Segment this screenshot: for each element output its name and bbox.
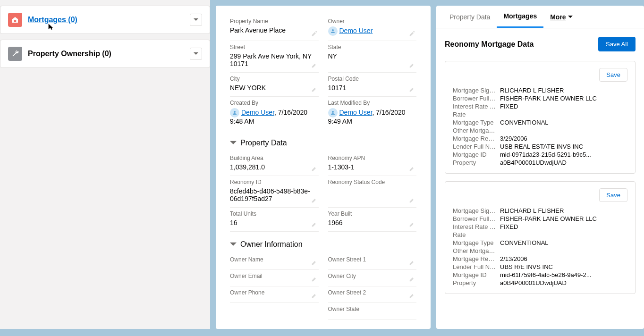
chevron-down-icon xyxy=(230,241,237,248)
kv-row: Rate xyxy=(453,231,627,239)
tab-mortgages[interactable]: Mortgages xyxy=(497,6,543,28)
kv-row: Mortgage IDmid-0971da23-215d-5291-b9c5..… xyxy=(453,151,627,159)
edit-icon[interactable] xyxy=(409,165,415,172)
edit-icon[interactable] xyxy=(409,276,415,282)
mortgage-panel: Property Data Mortgages More Reonomy Mor… xyxy=(436,6,644,329)
field-owner-city: Owner City xyxy=(328,270,417,286)
field-year-built: Year Built 1966 xyxy=(328,208,417,232)
save-button[interactable]: Save xyxy=(599,68,627,82)
field-building-area: Building Area 1,039,281.0 xyxy=(230,152,319,176)
edit-icon[interactable] xyxy=(311,197,318,203)
kv-row: Interest Rate Ty...FIXED xyxy=(453,223,627,231)
edit-icon[interactable] xyxy=(409,259,415,266)
section-property-data[interactable]: Property Data xyxy=(230,130,416,152)
field-modified-by: Last Modified By Demo User, 7/16/2020 9:… xyxy=(328,97,417,130)
section-owner-info[interactable]: Owner Information xyxy=(230,232,416,253)
kv-row: Propertya0B4P00001UDwdjUAD xyxy=(453,159,627,167)
kv-row: Propertya0B4P00001UDwdjUAD xyxy=(453,279,627,287)
edit-icon[interactable] xyxy=(409,197,415,203)
ownership-link[interactable]: Property Ownership (0) xyxy=(28,50,111,58)
chevron-down-icon xyxy=(568,15,573,19)
field-owner-street2: Owner Street 2 xyxy=(328,286,417,303)
tab-bar: Property Data Mortgages More xyxy=(436,6,644,28)
field-street: Street 299 Park Ave New York, NY 10171 xyxy=(230,41,319,73)
kv-row: Other Mortgage... xyxy=(453,247,627,255)
owner-link[interactable]: Demo User xyxy=(339,27,373,34)
kv-row: Mortgage Recor...3/29/2006 xyxy=(453,134,627,143)
chevron-down-icon[interactable] xyxy=(190,14,202,26)
kv-row: Other Mortgage... xyxy=(453,126,627,134)
edit-icon[interactable] xyxy=(311,292,318,299)
mortgage-icon xyxy=(8,13,22,27)
cursor-icon xyxy=(47,23,55,31)
field-postal: Postal Code 10171 xyxy=(328,73,417,97)
edit-icon[interactable] xyxy=(409,221,415,227)
save-all-button[interactable]: Save All xyxy=(598,37,636,51)
created-by-link[interactable]: Demo User xyxy=(241,109,274,116)
left-panel: Mortgages (0) Property Ownership (0) xyxy=(0,0,210,329)
avatar-icon xyxy=(328,26,338,36)
edit-icon[interactable] xyxy=(311,30,318,37)
kv-row: Lender Full NameUSB REAL ESTATE INVS INC xyxy=(453,143,627,151)
field-city: City NEW YORK xyxy=(230,73,319,97)
kv-row: Mortgage TypeCONVENTIONAL xyxy=(453,118,627,126)
field-reonomy-id: Reonomy ID 8cfed4b5-d406-5498-b83e-06d19… xyxy=(230,176,319,208)
field-owner-phone: Owner Phone xyxy=(230,286,319,303)
kv-row: Mortgage IDmid-61f759f6-4afc-5e26-9a49-2… xyxy=(453,271,627,279)
kv-row: Mortgage Signa...RLICHARD L FLISHER xyxy=(453,86,627,94)
edit-icon[interactable] xyxy=(311,165,318,172)
save-button[interactable]: Save xyxy=(599,188,627,202)
mortgage-card: SaveMortgage Signa...RLICHARD L FLISHERB… xyxy=(445,181,636,294)
chevron-down-icon[interactable] xyxy=(190,48,202,60)
related-ownership-card[interactable]: Property Ownership (0) xyxy=(0,40,210,68)
edit-icon[interactable] xyxy=(409,62,415,68)
edit-icon[interactable] xyxy=(311,86,318,92)
field-owner-name: Owner Name xyxy=(230,253,319,270)
field-owner-email: Owner Email xyxy=(230,270,319,286)
kv-row: Interest Rate Ty...FIXED xyxy=(453,102,627,110)
edit-icon[interactable] xyxy=(311,221,318,227)
field-owner-state: Owner State xyxy=(328,303,417,319)
field-status-code: Reonomy Status Code xyxy=(328,176,417,208)
field-property-name: Property Name Park Avenue Place xyxy=(230,15,319,41)
edit-icon[interactable] xyxy=(409,86,415,92)
kv-row: Mortgage Signa...RLICHARD L FLISHER xyxy=(453,207,627,215)
wrench-icon xyxy=(8,47,22,61)
field-total-units: Total Units 16 xyxy=(230,208,319,232)
field-owner: Owner Demo User xyxy=(328,15,417,41)
related-mortgages-card[interactable]: Mortgages (0) xyxy=(0,6,210,34)
chevron-down-icon xyxy=(230,140,237,146)
edit-icon[interactable] xyxy=(311,276,318,282)
field-created-by: Created By Demo User, 7/16/2020 9:48 AM xyxy=(230,97,319,130)
modified-by-link[interactable]: Demo User xyxy=(339,109,373,116)
edit-icon[interactable] xyxy=(409,30,415,37)
mortgage-section-title: Reonomy Mortgage Data xyxy=(445,40,534,49)
kv-row: Borrower Full N...FISHER-PARK LANE OWNER… xyxy=(453,215,627,223)
mortgage-card: SaveMortgage Signa...RLICHARD L FLISHERB… xyxy=(445,61,636,174)
field-state: State NY xyxy=(328,41,417,73)
field-apn: Reonomy APN 1-1303-1 xyxy=(328,152,417,176)
kv-row: Mortgage Recor...2/13/2006 xyxy=(453,255,627,263)
avatar-icon xyxy=(328,108,338,118)
kv-row: Mortgage TypeCONVENTIONAL xyxy=(453,239,627,247)
edit-icon[interactable] xyxy=(311,62,318,68)
field-owner-street1: Owner Street 1 xyxy=(328,253,417,270)
edit-icon[interactable] xyxy=(311,259,318,266)
kv-row: Borrower Full N...FISHER-PARK LANE OWNER… xyxy=(453,94,627,102)
edit-icon[interactable] xyxy=(409,292,415,299)
avatar-icon xyxy=(230,108,239,118)
property-detail-panel: Property Name Park Avenue Place Owner De… xyxy=(216,6,431,329)
kv-row: Rate xyxy=(453,110,627,118)
kv-row: Lender Full NameUBS R/E INVS INC xyxy=(453,263,627,271)
mortgage-list: SaveMortgage Signa...RLICHARD L FLISHERB… xyxy=(445,61,636,294)
tab-property-data[interactable]: Property Data xyxy=(443,6,497,28)
tab-more[interactable]: More xyxy=(543,6,579,28)
